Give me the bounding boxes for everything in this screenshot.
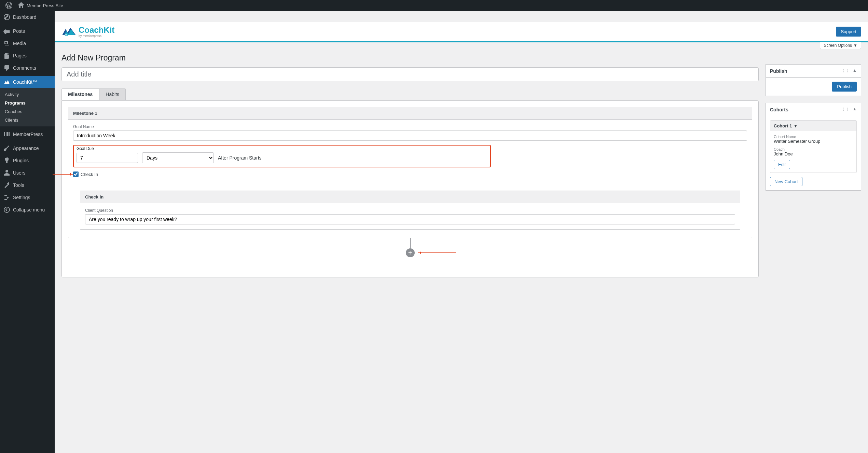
caret-down-icon: ▼ xyxy=(853,43,857,48)
sidebar-label: MemberPress xyxy=(13,132,43,137)
sidebar-label: Appearance xyxy=(13,146,39,151)
memberpress-icon xyxy=(3,131,10,138)
annotation-arrow-add xyxy=(418,252,456,253)
sidebar-label: Collapse menu xyxy=(13,207,45,212)
program-title-input[interactable] xyxy=(61,67,759,81)
sidebar-label: Tools xyxy=(13,182,24,188)
checkin-header: Check In xyxy=(80,191,740,203)
admin-bar: MemberPress Site xyxy=(0,0,868,11)
sidebar-item-posts[interactable]: Posts xyxy=(0,25,55,37)
sidebar-item-coachkit[interactable]: CoachKit™ xyxy=(0,76,55,88)
settings-icon xyxy=(3,194,10,201)
sidebar-label: Plugins xyxy=(13,158,29,163)
sidebar-label: Media xyxy=(13,41,26,46)
sidebar-item-media[interactable]: Media xyxy=(0,37,55,50)
sidebar-label: Settings xyxy=(13,195,30,200)
publish-title: Publish xyxy=(770,68,787,74)
chevron-down-icon[interactable]: 〉 xyxy=(846,68,851,74)
sidebar-item-tools[interactable]: Tools xyxy=(0,179,55,191)
chevron-down-icon[interactable]: 〉 xyxy=(846,107,851,112)
goal-due-after-text: After Program Starts xyxy=(218,155,262,161)
cohort-name-value: Winter Semester Group xyxy=(774,139,853,144)
screen-options-label: Screen Options xyxy=(824,43,852,48)
support-button[interactable]: Support xyxy=(836,27,861,37)
new-cohort-button[interactable]: New Cohort xyxy=(770,177,802,186)
chevron-up-icon[interactable]: 〈 xyxy=(840,107,844,112)
add-milestone-button[interactable]: + xyxy=(406,248,415,257)
sidebar-item-settings[interactable]: Settings xyxy=(0,191,55,204)
sidebar-label: Pages xyxy=(13,53,27,58)
annotation-arrow-checkin xyxy=(53,174,73,175)
cohort-item: Cohort 1 ▼ Cohort Name Winter Semester G… xyxy=(770,120,857,173)
user-icon xyxy=(3,169,10,176)
sidebar-item-users[interactable]: Users xyxy=(0,167,55,179)
sidebar-item-dashboard[interactable]: Dashboard xyxy=(0,11,55,23)
cohort-coach-label: Coach xyxy=(774,147,853,151)
site-name: MemberPress Site xyxy=(27,3,63,8)
chevron-up-icon[interactable]: 〈 xyxy=(840,68,844,74)
client-question-label: Client Question xyxy=(85,208,735,213)
svg-text:m: m xyxy=(65,33,67,36)
screen-options-toggle[interactable]: Screen Options ▼ xyxy=(820,42,861,49)
submenu-activity[interactable]: Activity xyxy=(0,90,55,99)
goal-due-highlight: Goal Due Days After Program Starts xyxy=(73,145,491,167)
goal-due-number-input[interactable] xyxy=(77,153,138,163)
goal-due-unit-select[interactable]: Days xyxy=(142,152,214,163)
content-area: m CoachKit by memberpress Support Screen… xyxy=(55,11,868,291)
coachkit-logo-icon: m xyxy=(61,26,77,37)
media-icon xyxy=(3,40,10,47)
client-question-input[interactable] xyxy=(85,214,735,224)
comments-icon xyxy=(3,65,10,71)
submenu-programs[interactable]: Programs xyxy=(0,99,55,107)
wrench-icon xyxy=(3,182,10,189)
plugin-topband: m CoachKit by memberpress Support xyxy=(55,22,868,42)
cohort-item-header[interactable]: Cohort 1 ▼ xyxy=(770,121,856,131)
sidebar-label: Users xyxy=(13,170,26,176)
sidebar-item-memberpress[interactable]: MemberPress xyxy=(0,128,55,140)
pages-icon xyxy=(3,52,10,59)
submenu-clients[interactable]: Clients xyxy=(0,116,55,124)
publish-button[interactable]: Publish xyxy=(832,82,857,92)
site-link[interactable]: MemberPress Site xyxy=(15,2,66,9)
sidebar-item-pages[interactable]: Pages xyxy=(0,50,55,62)
toggle-panel-icon[interactable]: ▲ xyxy=(853,68,857,74)
coachkit-logo: m CoachKit by memberpress xyxy=(61,25,114,38)
cohort-coach-value: John Doe xyxy=(774,151,853,156)
logo-text: CoachKit xyxy=(79,25,114,35)
submenu-coaches[interactable]: Coaches xyxy=(0,107,55,116)
cohorts-postbox: Cohorts 〈 〉 ▲ Cohort 1 ▼ Cohort xyxy=(766,103,861,191)
admin-sidebar: Dashboard Posts Media Pages Comments Coa… xyxy=(0,11,55,291)
milestone-header: Milestone 1 xyxy=(68,107,752,120)
add-connector-line xyxy=(410,238,411,248)
toggle-panel-icon[interactable]: ▲ xyxy=(853,107,857,112)
dashboard-icon xyxy=(3,14,10,20)
tab-milestones[interactable]: Milestones xyxy=(61,88,99,100)
checkin-box: Check In Client Question xyxy=(80,191,740,230)
collapse-icon xyxy=(3,206,10,213)
sidebar-label: Comments xyxy=(13,65,36,71)
checkin-checkbox[interactable] xyxy=(73,171,79,177)
goal-due-label: Goal Due xyxy=(77,146,487,151)
goal-name-label: Goal Name xyxy=(73,124,747,129)
publish-postbox: Publish 〈 〉 ▲ Publish xyxy=(766,64,861,96)
sidebar-item-appearance[interactable]: Appearance xyxy=(0,142,55,154)
tab-habits[interactable]: Habits xyxy=(99,88,126,100)
coachkit-submenu: Activity Programs Coaches Clients xyxy=(0,88,55,126)
sidebar-label: Dashboard xyxy=(13,14,37,20)
pin-icon xyxy=(3,28,10,35)
wp-logo[interactable] xyxy=(3,2,15,9)
cohort-edit-button[interactable]: Edit xyxy=(774,160,790,169)
sidebar-collapse[interactable]: Collapse menu xyxy=(0,204,55,216)
sidebar-item-comments[interactable]: Comments xyxy=(0,62,55,74)
sidebar-item-plugins[interactable]: Plugins xyxy=(0,154,55,167)
cohort-name-label: Cohort Name xyxy=(774,135,853,139)
plugin-icon xyxy=(3,157,10,164)
goal-name-input[interactable] xyxy=(73,131,747,141)
checkin-label: Check In xyxy=(81,172,98,177)
brush-icon xyxy=(3,145,10,152)
sidebar-label: Posts xyxy=(13,28,25,34)
svg-point-0 xyxy=(4,207,10,212)
sidebar-label: CoachKit™ xyxy=(13,79,37,85)
cohort-item-title: Cohort 1 xyxy=(774,123,792,128)
plus-icon: + xyxy=(408,249,412,257)
